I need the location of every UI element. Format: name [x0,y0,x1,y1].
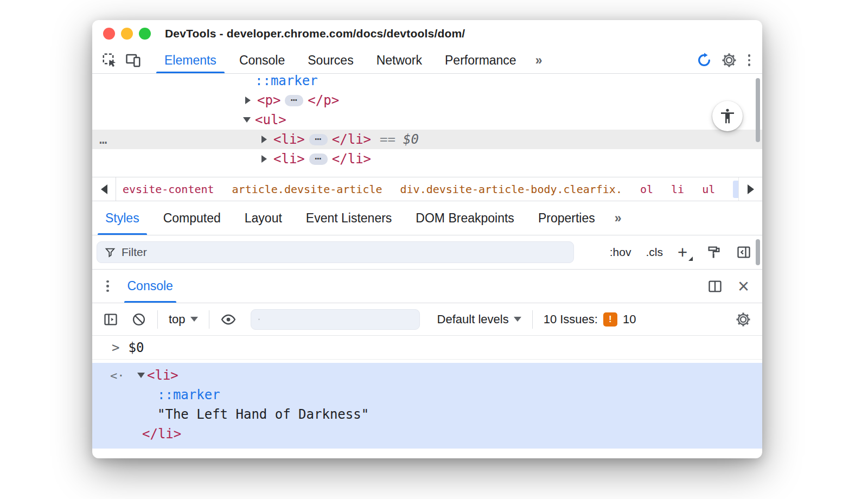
tab-dom-breakpoints[interactable]: DOM Breakpoints [404,201,526,235]
tab-layout[interactable]: Layout [233,201,294,235]
result-row-li-open[interactable]: <· <li> [92,366,762,385]
paint-roller-icon [706,245,722,260]
console-filter-input[interactable] [265,313,412,326]
styles-filter-input[interactable] [122,246,566,259]
tag-open[interactable]: <li> [273,151,305,167]
tab-properties[interactable]: Properties [526,201,607,235]
tab-computed[interactable]: Computed [151,201,233,235]
breadcrumb-item[interactable]: evsite-content [123,183,214,196]
toggle-sidebar-button[interactable] [736,245,751,260]
accessibility-icon [719,107,736,125]
collapse-arrow[interactable] [137,373,147,378]
format-paint-button[interactable] [706,245,722,260]
expand-arrow[interactable] [261,155,273,163]
toggle-hover-state-button[interactable]: :hov [610,246,631,259]
ellipsis-icon: … [291,91,298,104]
tab-styles[interactable]: Styles [93,201,151,235]
tag-close[interactable]: </p> [308,93,339,108]
inspect-element-button[interactable] [98,47,122,73]
new-style-rule-button[interactable]: + [678,244,692,261]
breadcrumb-forward-button[interactable] [738,177,762,201]
console-result-selected[interactable]: <· <li> ::marker "The Left Hand of Darkn… [92,363,762,449]
breadcrumb-item-selected[interactable]: li [733,181,738,198]
settings-button[interactable] [721,52,737,68]
issues-counter[interactable]: 10 Issues: ! 10 [544,312,636,327]
pseudo-element-node[interactable]: ::marker [157,387,220,402]
console-command-text: $0 [128,340,144,355]
tab-event-listeners[interactable]: Event Listeners [294,201,404,235]
expand-arrow[interactable] [245,97,257,104]
accessibility-overlay-button[interactable] [712,101,743,131]
pseudo-element-node[interactable]: ::marker [255,74,318,88]
clear-console-button[interactable] [131,312,146,327]
kebab-icon [748,54,751,57]
console-command-row[interactable]: > $0 [92,336,762,360]
breadcrumb: evsite-content article.devsite-article d… [116,177,738,201]
tag-close[interactable]: </li> [332,132,371,147]
minimize-window-button[interactable] [121,28,133,40]
result-row-marker[interactable]: ::marker [92,385,762,405]
more-panels-button[interactable]: » [528,47,550,73]
tag-open[interactable]: <li> [147,368,178,383]
device-toolbar-button[interactable] [122,47,145,73]
breadcrumb-item[interactable]: li [671,183,684,196]
drawer-menu-button[interactable] [104,278,111,295]
issues-count: 10 [623,312,636,327]
live-expression-button[interactable] [220,311,237,328]
expand-arrow[interactable] [261,136,273,143]
ellipsis-icon: … [315,130,322,143]
tab-network[interactable]: Network [365,47,433,73]
chevron-right-icon [748,184,754,194]
tree-row-li[interactable]: <li> … </li> [92,149,762,169]
breadcrumb-item[interactable]: ul [702,183,715,196]
separator [209,310,209,329]
tab-elements[interactable]: Elements [153,47,228,73]
collapse-arrow[interactable] [243,117,255,123]
console-filter[interactable] [251,309,420,330]
tag-open[interactable]: <li> [273,132,305,147]
tree-row-ul[interactable]: <ul> [92,110,762,130]
styles-filter[interactable] [97,241,574,263]
tab-console[interactable]: Console [228,47,296,73]
styles-filter-controls: :hov .cls + [610,244,762,261]
console-prompt-icon: > [112,340,119,355]
toggle-element-classes-button[interactable]: .cls [646,246,663,259]
breadcrumb-item[interactable]: div.devsite-article-body.clearfix. [400,183,622,196]
tree-row-p[interactable]: <p> … </p> [92,91,762,110]
collapsed-content-button[interactable]: … [309,153,328,165]
text-node[interactable]: "The Left Hand of Darkness" [157,407,369,422]
sync-button[interactable] [696,52,712,68]
log-levels-dropdown[interactable]: Default levels [437,312,521,327]
tree-row-li-selected[interactable]: … <li> … </li> == $0 [92,130,762,149]
tag-close[interactable]: </li> [142,426,181,442]
issue-badge-icon: ! [603,312,617,327]
collapsed-content-button[interactable]: … [309,134,328,145]
tab-performance[interactable]: Performance [433,47,528,73]
tag-open[interactable]: <p> [257,93,280,108]
result-row-li-close[interactable]: </li> [92,424,762,444]
console-sidebar-button[interactable] [103,312,118,327]
tab-console-drawer[interactable]: Console [124,270,176,303]
tree-row-marker[interactable]: ::marker [92,74,762,91]
breadcrumb-item[interactable]: ol [640,183,653,196]
tag-open[interactable]: <ul> [255,112,286,127]
overflow-dots-icon[interactable]: … [99,132,107,147]
breadcrumb-back-button[interactable] [92,177,116,201]
console-settings-button[interactable] [735,311,751,328]
close-window-button[interactable] [103,28,115,40]
collapsed-content-button[interactable]: … [285,95,303,106]
zoom-window-button[interactable] [139,28,151,40]
tree-scrollbar[interactable] [756,78,760,142]
main-menu-button[interactable] [746,52,753,68]
result-row-text[interactable]: "The Left Hand of Darkness" [92,405,762,424]
close-drawer-button[interactable]: × [738,277,749,296]
chevron-down-icon [243,117,251,123]
more-tabs-button[interactable]: » [607,201,629,235]
split-view-button[interactable] [707,279,723,294]
breadcrumb-item[interactable]: article.devsite-article [232,183,382,196]
styles-scrollbar[interactable] [756,239,760,265]
tab-sources[interactable]: Sources [296,47,365,73]
tag-close[interactable]: </li> [332,151,371,167]
javascript-context-dropdown[interactable]: top [169,312,198,327]
gear-icon [735,311,751,328]
